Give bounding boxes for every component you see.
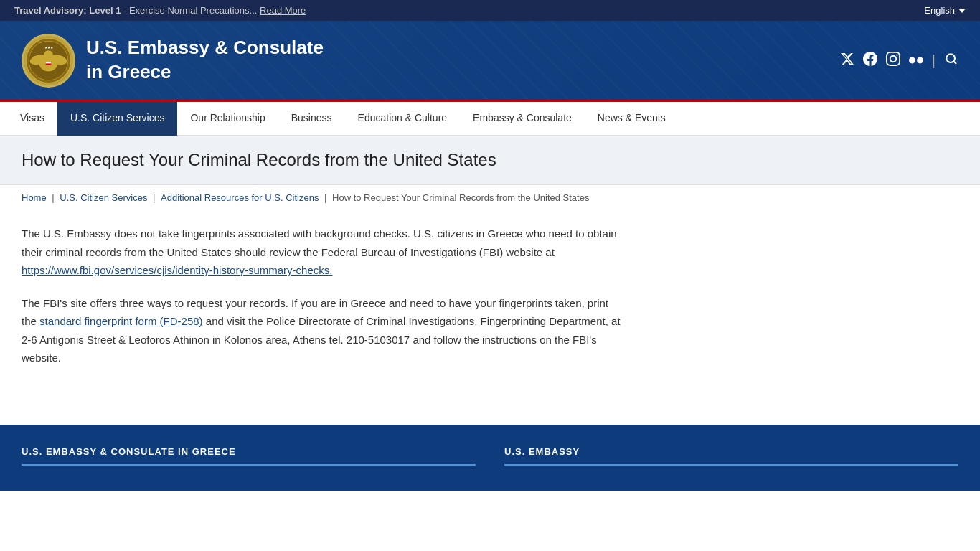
instagram-icon[interactable] xyxy=(886,52,900,70)
footer-columns: U.S. EMBASSY & CONSULATE IN GREECE U.S. … xyxy=(22,446,958,476)
embassy-seal: ★★★ xyxy=(22,34,75,88)
breadcrumb-citizen-services[interactable]: U.S. Citizen Services xyxy=(60,192,147,203)
main-navigation: Visas U.S. Citizen Services Our Relation… xyxy=(0,100,980,136)
para1-text: The U.S. Embassy does not take fingerpri… xyxy=(22,227,617,258)
travel-advisory: Travel Advisory: Level 1 - Exercise Norm… xyxy=(14,5,306,16)
nav-item-education[interactable]: Education & Culture xyxy=(345,102,461,136)
language-label: English xyxy=(924,5,955,16)
facebook-icon[interactable] xyxy=(863,52,877,70)
chevron-down-icon xyxy=(958,9,966,13)
footer-col2-title: U.S. EMBASSY xyxy=(504,446,958,466)
twitter-icon[interactable] xyxy=(840,52,854,70)
read-more-link[interactable]: Read More xyxy=(260,5,306,16)
site-header: ★★★ U.S. Embassy & Consulate in Greece | xyxy=(0,21,980,100)
breadcrumb: Home | U.S. Citizen Services | Additiona… xyxy=(0,185,980,210)
breadcrumb-sep-1: | xyxy=(52,192,57,203)
breadcrumb-sep-3: | xyxy=(324,192,329,203)
footer-col-2: U.S. EMBASSY xyxy=(504,446,958,476)
svg-rect-9 xyxy=(46,61,52,63)
footer-col1-title: U.S. EMBASSY & CONSULATE IN GREECE xyxy=(22,446,476,466)
fingerprint-form-link[interactable]: standard fingerprint form (FD-258) xyxy=(39,315,203,327)
nav-item-visas[interactable]: Visas xyxy=(7,102,57,136)
nav-item-relationship[interactable]: Our Relationship xyxy=(177,102,278,136)
site-title: U.S. Embassy & Consulate in Greece xyxy=(86,36,324,85)
svg-text:★★★: ★★★ xyxy=(44,45,54,50)
content-paragraph-1: The U.S. Embassy does not take fingerpri… xyxy=(22,225,624,280)
page-title: How to Request Your Criminal Records fro… xyxy=(22,150,958,170)
breadcrumb-additional[interactable]: Additional Resources for U.S. Citizens xyxy=(161,192,319,203)
nav-item-news[interactable]: News & Events xyxy=(585,102,679,136)
footer-col-1: U.S. EMBASSY & CONSULATE IN GREECE xyxy=(22,446,476,476)
svg-point-11 xyxy=(946,54,955,62)
site-title-line1: U.S. Embassy & Consulate xyxy=(86,36,324,60)
social-icons: | xyxy=(840,52,958,70)
svg-point-5 xyxy=(44,50,53,60)
language-selector[interactable]: English xyxy=(924,5,966,16)
site-title-line2: in Greece xyxy=(86,60,324,85)
fbi-link[interactable]: https://www.fbi.gov/services/cjis/identi… xyxy=(22,264,332,276)
nav-item-embassy[interactable]: Embassy & Consulate xyxy=(460,102,585,136)
separator: | xyxy=(932,52,936,69)
top-bar: Travel Advisory: Level 1 - Exercise Norm… xyxy=(0,0,980,21)
breadcrumb-home[interactable]: Home xyxy=(22,192,47,203)
advisory-level: Travel Advisory: Level 1 xyxy=(14,5,121,16)
nav-item-business[interactable]: Business xyxy=(278,102,345,136)
logo-area: ★★★ U.S. Embassy & Consulate in Greece xyxy=(22,34,324,88)
site-footer: U.S. EMBASSY & CONSULATE IN GREECE U.S. … xyxy=(0,425,980,491)
page-title-bar: How to Request Your Criminal Records fro… xyxy=(0,136,980,185)
main-content: The U.S. Embassy does not take fingerpri… xyxy=(0,210,646,410)
flickr-icon[interactable] xyxy=(909,53,923,67)
breadcrumb-sep-2: | xyxy=(153,192,158,203)
search-icon[interactable] xyxy=(944,52,958,70)
content-paragraph-2: The FBI's site offers three ways to requ… xyxy=(22,294,624,367)
advisory-text: - Exercise Normal Precautions... xyxy=(123,5,257,16)
nav-item-citizen-services[interactable]: U.S. Citizen Services xyxy=(57,102,177,136)
breadcrumb-current: How to Request Your Criminal Records fro… xyxy=(332,192,589,203)
